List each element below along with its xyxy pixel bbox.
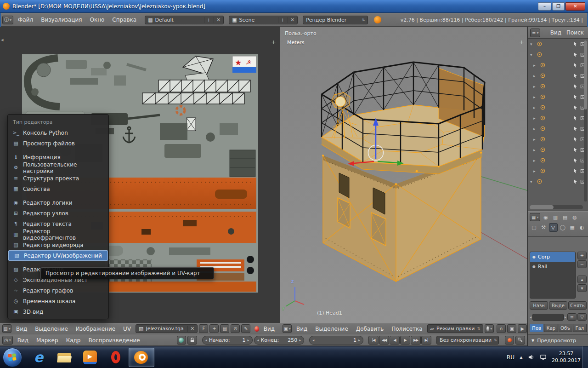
vertical-scrollbar[interactable] bbox=[584, 40, 587, 201]
outliner-row[interactable]: ▸ bbox=[528, 92, 588, 102]
edit-image-icon[interactable]: ✎ bbox=[241, 324, 250, 333]
uv-view-menu[interactable]: Вид bbox=[260, 326, 278, 332]
expand-icon[interactable]: ▸ bbox=[533, 95, 538, 99]
screen-layout-selector[interactable]: ▦ Default + ✕ bbox=[145, 16, 224, 24]
keying-set-icon[interactable] bbox=[515, 336, 525, 345]
selectable-toggle-icon[interactable] bbox=[573, 158, 578, 163]
weight-slider[interactable] bbox=[532, 314, 564, 321]
mode-selector[interactable]: ▱ Режим правки ⇅ bbox=[427, 324, 484, 333]
outliner-row[interactable]: ▸ bbox=[528, 166, 588, 176]
add-group-button[interactable]: + bbox=[577, 252, 587, 259]
tl-menu-playback[interactable]: Воспроизведение bbox=[85, 337, 143, 344]
current-frame-field[interactable]: ◂ 1 ▸ bbox=[309, 336, 363, 345]
remove-group-button[interactable]: − bbox=[577, 260, 587, 268]
menu-item-properties[interactable]: ▦Свойства bbox=[8, 184, 108, 194]
language-indicator[interactable]: RU bbox=[507, 354, 514, 361]
selectable-toggle-icon[interactable] bbox=[573, 126, 578, 132]
scene-value[interactable]: Scene bbox=[239, 17, 275, 23]
expand-icon[interactable]: ▸ bbox=[533, 126, 538, 131]
preview-range-icon[interactable] bbox=[177, 336, 186, 345]
taskbar-item-blender[interactable] bbox=[129, 348, 154, 367]
outliner-row[interactable]: ▸ bbox=[528, 144, 588, 155]
expand-icon[interactable]: ▸ bbox=[533, 148, 538, 152]
outliner-row[interactable]: ▾ bbox=[528, 176, 588, 187]
selectable-toggle-icon[interactable] bbox=[573, 73, 578, 79]
vertex-group-item[interactable]: ●Corp bbox=[530, 252, 575, 262]
vertex-group-list[interactable]: ●Corp ●Rail bbox=[530, 252, 576, 299]
taskbar-clock[interactable]: 23:57 20.08.2017 bbox=[552, 351, 581, 364]
editor-type-button[interactable]: ▣▾ bbox=[283, 324, 292, 333]
hidden-icons-chevron[interactable]: ▲ bbox=[520, 355, 523, 360]
play-reverse-button[interactable]: ◀ bbox=[390, 336, 400, 345]
region-plus-icon[interactable]: + bbox=[519, 39, 524, 46]
unlink-image-button[interactable]: ✕ bbox=[187, 326, 194, 332]
volume-icon[interactable] bbox=[528, 354, 535, 361]
tab-object-data[interactable]: ▽ bbox=[549, 223, 558, 232]
v3d-menu-select[interactable]: Выделение bbox=[312, 326, 351, 332]
segment-button[interactable]: Пов bbox=[530, 324, 543, 332]
sync-mode-selector[interactable]: Без синхронизации ⇅ bbox=[436, 336, 499, 345]
add-layout-button[interactable]: + bbox=[204, 17, 211, 23]
image-name-value[interactable]: Jelezniakov.tga bbox=[146, 326, 185, 332]
selectable-toggle-icon[interactable] bbox=[573, 84, 578, 89]
tab-texture[interactable]: ▦ bbox=[568, 223, 577, 232]
outliner-row[interactable]: ▸ bbox=[528, 70, 588, 81]
expand-icon[interactable]: ▾ bbox=[530, 42, 535, 46]
outliner-row[interactable]: ▸ bbox=[528, 102, 588, 113]
uv-menu-view[interactable]: Вид bbox=[13, 326, 30, 332]
increment-icon[interactable]: ▸ bbox=[358, 338, 360, 342]
uv-menu-select[interactable]: Выделение bbox=[32, 326, 71, 332]
slider-left-icon[interactable]: ◂ bbox=[530, 315, 531, 319]
segment-button[interactable]: Объ bbox=[559, 324, 572, 332]
group-options-icon[interactable]: ▽ bbox=[577, 313, 587, 321]
screen-layout-value[interactable]: Default bbox=[155, 17, 201, 23]
play-button[interactable]: ▶ bbox=[400, 336, 410, 345]
editor-type-button[interactable]: ⓘ▾ bbox=[2, 16, 13, 24]
menu-item-node-editor[interactable]: ⊞Редактор узлов bbox=[8, 208, 108, 218]
expand-icon[interactable]: ▸ bbox=[533, 116, 538, 121]
move-group-down-button[interactable]: ▾ bbox=[577, 284, 587, 292]
selectable-toggle-icon[interactable] bbox=[573, 179, 578, 184]
horizontal-scrollbar[interactable] bbox=[530, 205, 583, 209]
scene-selector[interactable]: ▣ Scene + ✕ bbox=[229, 16, 298, 24]
expand-icon[interactable]: ▸ bbox=[533, 158, 538, 163]
outliner-row[interactable]: ▸ bbox=[528, 81, 588, 92]
open-image-button[interactable]: ▤ bbox=[220, 324, 229, 333]
segment-button[interactable]: Гал bbox=[573, 324, 587, 332]
tab-world[interactable]: ◍ bbox=[570, 213, 579, 222]
expand-icon[interactable]: ▸ bbox=[533, 84, 538, 89]
expand-icon[interactable]: ▸ bbox=[533, 63, 538, 68]
selectable-toggle-icon[interactable] bbox=[573, 52, 578, 58]
editor-type-button[interactable]: ◷▾ bbox=[2, 336, 13, 345]
menu-item-file-browser[interactable]: ▤Просмотр файлов bbox=[8, 138, 108, 149]
deselect-button[interactable]: Снять bbox=[568, 301, 587, 310]
next-keyframe-button[interactable]: ▶▶ bbox=[411, 336, 421, 345]
render-opengl-still-icon[interactable]: ▣ bbox=[507, 324, 516, 333]
taskbar-item-explorer[interactable] bbox=[51, 348, 77, 367]
delete-scene-button[interactable]: ✕ bbox=[288, 17, 294, 23]
menu-item-logic-editor[interactable]: ◉Редактор логики bbox=[8, 197, 108, 208]
render-result-icon[interactable] bbox=[254, 326, 259, 332]
tab-physics[interactable]: ◐ bbox=[577, 223, 586, 232]
close-button[interactable]: ✕ bbox=[565, 2, 585, 11]
expand-icon[interactable]: ▸ bbox=[533, 169, 538, 173]
segment-button[interactable]: Кар bbox=[544, 324, 558, 332]
outliner-row[interactable]: ▸ bbox=[528, 155, 588, 166]
render-engine-selector[interactable]: Рендер Blender ⇅ bbox=[303, 16, 368, 24]
v3d-menu-view[interactable]: Вид bbox=[293, 326, 311, 332]
menu-item-uv-image-editor[interactable]: ▧Редактор UV/изображений bbox=[8, 250, 108, 261]
vertex-group-item[interactable]: ●Rail bbox=[530, 262, 575, 271]
outliner-row[interactable]: ▸ bbox=[528, 123, 588, 134]
tab-material[interactable]: ◯ bbox=[559, 223, 567, 232]
menu-item-user-preferences[interactable]: ⚙Пользовательские настройки bbox=[8, 162, 108, 173]
menu-item-timeline[interactable]: ◷Временная шкала bbox=[8, 296, 108, 306]
expand-icon[interactable]: ▸ bbox=[533, 105, 538, 110]
selectable-toggle-icon[interactable] bbox=[573, 115, 578, 121]
region-collapse-icon[interactable]: ◂ bbox=[1, 37, 4, 43]
start-frame-field[interactable]: ◂ Начало: 1 ▸ bbox=[202, 336, 253, 345]
selectable-toggle-icon[interactable] bbox=[573, 105, 578, 110]
outliner-row[interactable]: ▸ bbox=[528, 113, 588, 123]
outliner-menu-view[interactable]: Вид bbox=[548, 29, 563, 36]
outliner-row[interactable]: ▾ bbox=[528, 39, 588, 49]
expand-icon[interactable]: ▾ bbox=[530, 52, 535, 57]
